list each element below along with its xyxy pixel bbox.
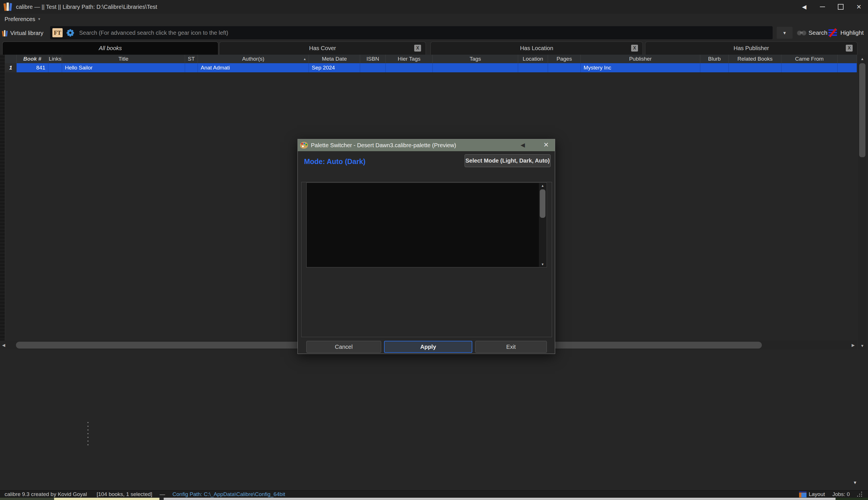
cover-browser-splitter[interactable] xyxy=(0,55,5,350)
highlight-button[interactable]: Highlight xyxy=(828,27,864,39)
full-text-search-toggle[interactable]: FT xyxy=(53,28,62,37)
tab-all-books[interactable]: All books xyxy=(2,42,218,55)
vertical-scrollbar-thumb[interactable] xyxy=(859,63,866,157)
header-label: ST xyxy=(188,56,195,62)
toolbar: Virtual library FT ▼ Search Highlight xyxy=(0,24,868,42)
menubar: Preferences ▼ xyxy=(0,14,868,24)
search-button[interactable]: Search xyxy=(797,27,827,39)
vertical-scrollbar[interactable]: ▲ ▼ xyxy=(858,55,867,350)
resize-grip[interactable] xyxy=(857,492,862,497)
column-header-hier-tags[interactable]: Hier Tags xyxy=(386,55,433,63)
binoculars-icon xyxy=(797,30,806,36)
cell-publisher: Mystery Inc xyxy=(581,63,700,72)
preferences-label: Preferences xyxy=(4,16,35,23)
table-row[interactable]: 1841Hello SailorAnat AdmatiSep 2024Myste… xyxy=(5,63,857,72)
window-back-icon[interactable]: ◀ xyxy=(795,0,813,14)
calibre-app-icon xyxy=(4,2,12,11)
tab-has-publisher[interactable]: Has PublisherX xyxy=(645,42,857,55)
sort-asc-icon: ▲ xyxy=(303,57,306,61)
search-history-dropdown[interactable]: ▼ xyxy=(777,27,792,39)
gear-icon[interactable] xyxy=(66,29,75,37)
header-label: Blurb xyxy=(708,56,721,62)
header-label: Author(s) xyxy=(242,56,264,62)
column-header-clipped xyxy=(837,55,857,63)
column-header-location[interactable]: Location xyxy=(518,55,548,63)
tab-has-location[interactable]: Has LocationX xyxy=(431,42,643,55)
app-version-text: calibre 9.3 created by Kovid Goyal xyxy=(4,491,87,498)
close-button[interactable]: × xyxy=(850,0,868,14)
maximize-button[interactable] xyxy=(832,0,850,14)
virtual-library-label: Virtual library xyxy=(10,30,43,36)
column-header-blurb[interactable]: Blurb xyxy=(700,55,729,63)
cell-blurb xyxy=(700,63,729,72)
tab-has-cover[interactable]: Has CoverX xyxy=(219,42,426,55)
dialog-close-icon[interactable]: × xyxy=(544,140,549,149)
header-label: Meta Date xyxy=(322,56,347,62)
header-label: ISBN xyxy=(366,56,379,62)
minimize-button[interactable] xyxy=(813,0,832,14)
window-titlebar: calibre — || Test || Library Path: D:\Ca… xyxy=(0,0,868,14)
tab-label: All books xyxy=(99,45,122,52)
scroll-left-icon[interactable]: ◀ xyxy=(0,341,8,350)
cell-hier-tags xyxy=(386,63,433,72)
details-scroll-down-icon[interactable]: ▼ xyxy=(853,480,857,485)
list-scroll-up-icon[interactable]: ▲ xyxy=(539,183,546,188)
column-header-isbn[interactable]: ISBN xyxy=(360,55,386,63)
column-header-tags[interactable]: Tags xyxy=(433,55,518,63)
column-header-publisher[interactable]: Publisher xyxy=(581,55,700,63)
window-title: calibre — || Test || Library Path: D:\Ca… xyxy=(16,4,157,10)
separator-dash: — xyxy=(160,491,165,498)
tab-close-icon[interactable]: X xyxy=(631,45,638,52)
tab-close-icon[interactable]: X xyxy=(846,45,853,52)
select-mode-button[interactable]: Select Mode (Light, Dark, Auto) xyxy=(465,154,551,167)
palette-list-scrollbar[interactable]: ▲ ▼ xyxy=(539,183,546,267)
row-number[interactable]: 1 xyxy=(5,63,16,72)
scroll-up-icon[interactable]: ▲ xyxy=(858,55,867,62)
dialog-back-icon[interactable]: ◀ xyxy=(521,141,525,148)
tab-label: Has Location xyxy=(520,45,553,52)
column-header-related-books[interactable]: Related Books xyxy=(729,55,781,63)
column-header-came-from[interactable]: Came From xyxy=(781,55,837,63)
header-label: Publisher xyxy=(629,56,652,62)
apply-button[interactable]: Apply xyxy=(384,341,472,353)
column-header-title[interactable]: Title xyxy=(62,55,185,63)
cancel-button[interactable]: Cancel xyxy=(306,341,381,353)
chevron-down-icon: ▼ xyxy=(37,17,41,21)
header-label: Came From xyxy=(795,56,824,62)
exit-button[interactable]: Exit xyxy=(475,341,547,353)
cell-related-books xyxy=(729,63,781,72)
column-header-book-[interactable]: Book # xyxy=(16,55,48,63)
authors-text: Anat Admati xyxy=(201,65,230,71)
search-input[interactable] xyxy=(79,29,773,36)
cell-meta-date: Sep 2024 xyxy=(309,63,360,72)
list-scrollbar-thumb[interactable] xyxy=(540,189,546,218)
virtual-library-button[interactable]: Virtual library xyxy=(2,30,43,36)
header-label: Book # xyxy=(23,56,41,62)
header-label: Pages xyxy=(557,56,572,62)
column-header-st[interactable]: ST xyxy=(185,55,198,63)
cell-st xyxy=(185,63,198,72)
tab-close-icon[interactable]: X xyxy=(414,45,421,52)
dialog-titlebar: Palette Switcher - Desert Dawn3.calibre-… xyxy=(298,139,555,151)
preferences-menu[interactable]: Preferences ▼ xyxy=(4,16,41,23)
panel-splitter-handle[interactable] xyxy=(88,419,89,448)
config-path-link[interactable]: Config Path: C:\_AppData\Calibre\Config_… xyxy=(172,491,285,498)
layout-button[interactable]: Layout xyxy=(799,491,825,498)
column-header-meta-date[interactable]: Meta Date xyxy=(309,55,360,63)
cell-pages xyxy=(548,63,581,72)
scroll-down-icon[interactable]: ▼ xyxy=(858,342,867,349)
cell-links xyxy=(48,63,62,72)
jobs-indicator[interactable]: Jobs: 0 xyxy=(832,491,850,498)
palette-list: ▲ ▼ xyxy=(306,182,547,268)
column-header-author-s-[interactable]: Author(s)▲ xyxy=(198,55,309,63)
cell-isbn xyxy=(360,63,386,72)
library-icon xyxy=(2,30,8,36)
cell-clipped-date xyxy=(837,63,857,72)
column-header-links[interactable]: Links xyxy=(48,55,62,63)
cell-title: Hello Sailor xyxy=(62,63,185,72)
header-corner xyxy=(5,55,16,63)
list-scroll-down-icon[interactable]: ▼ xyxy=(539,262,546,267)
header-label: Hier Tags xyxy=(398,56,421,62)
column-header-pages[interactable]: Pages xyxy=(548,55,581,63)
scroll-right-icon[interactable]: ▶ xyxy=(849,341,857,350)
